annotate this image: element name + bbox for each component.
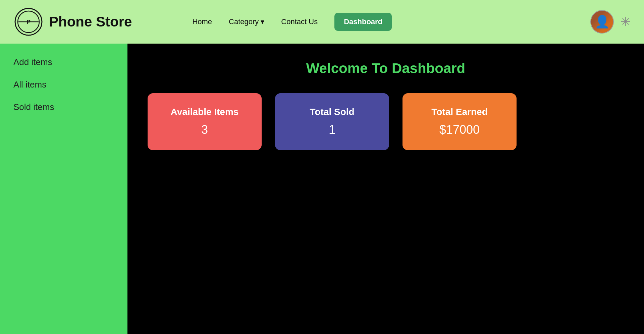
total-sold-label: Total Sold — [310, 107, 354, 117]
sidebar-item-sold-items[interactable]: Sold items — [13, 102, 114, 112]
theme-toggle-icon[interactable]: ✳ — [621, 15, 631, 29]
dashboard-title: Welcome To Dashboard — [148, 60, 624, 76]
dashboard-content: Welcome To Dashboard Available Items 3 T… — [127, 44, 644, 334]
main-nav: Home Category ▾ Contact Us Dashboard — [192, 13, 392, 31]
site-title: Phone Store — [49, 14, 132, 30]
main-layout: Add items All items Sold items Welcome T… — [0, 44, 644, 334]
total-sold-card[interactable]: Total Sold 1 — [275, 93, 389, 150]
available-items-value: 3 — [201, 123, 208, 137]
total-earned-label: Total Earned — [431, 107, 488, 117]
nav-home[interactable]: Home — [192, 17, 212, 26]
sidebar: Add items All items Sold items — [0, 44, 127, 334]
cards-row: Available Items 3 Total Sold 1 Total Ear… — [148, 93, 624, 150]
phone-store-logo-icon: P — [13, 7, 44, 37]
total-earned-value: $17000 — [439, 123, 480, 137]
avatar[interactable]: 👤 — [590, 10, 614, 34]
available-items-card[interactable]: Available Items 3 — [148, 93, 262, 150]
chevron-down-icon: ▾ — [261, 17, 264, 26]
total-sold-value: 1 — [329, 123, 335, 137]
available-items-label: Available Items — [171, 107, 239, 117]
sidebar-item-add-items[interactable]: Add items — [13, 57, 114, 67]
header-right: 👤 ✳ — [590, 10, 631, 34]
nav-contact[interactable]: Contact Us — [281, 17, 318, 26]
header: P Phone Store Home Category ▾ Contact Us… — [0, 0, 644, 44]
total-earned-card[interactable]: Total Earned $17000 — [402, 93, 517, 150]
sidebar-item-all-items[interactable]: All items — [13, 79, 114, 90]
logo-area: P Phone Store — [13, 7, 132, 37]
nav-category[interactable]: Category ▾ — [229, 17, 264, 26]
nav-dashboard[interactable]: Dashboard — [334, 13, 392, 31]
